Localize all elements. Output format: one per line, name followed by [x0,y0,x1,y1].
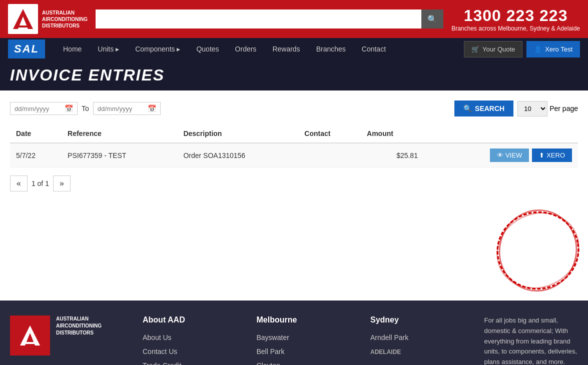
svg-rect-1 [17,26,30,28]
footer-sydney-heading: Sydney [370,316,464,324]
footer-sydney: Sydney Arndell Park Adelaide [370,316,464,365]
footer-bayswater[interactable]: Bayswater [257,330,351,344]
cell-contact [298,143,361,168]
nav-bar: SAL Home Units ▸ Components ▸ Quotes Ord… [0,38,588,60]
footer: AUSTRALIANAIRCONDITIONINGDISTRIBUTORS Ab… [0,300,588,365]
nav-rewards[interactable]: Rewards [264,38,308,60]
to-label: To [82,104,89,112]
table-header-row: Date Reference Description Contact Amoun… [10,124,578,143]
xero-button[interactable]: ⬆ XERO [532,148,572,162]
table-row: 5/7/22 PSI677359 - TEST Order SOA1310156… [10,143,578,168]
search-bar: 🔍 [96,10,443,28]
top-header: AUSTRALIAN AIRCONDITIONING DISTRIBUTORS … [0,0,588,38]
nav-branches[interactable]: Branches [308,38,354,60]
footer-description-col: For all jobs big and small, domestic & c… [484,316,578,365]
first-page-button[interactable]: « [10,176,28,192]
aad-logo [8,4,38,34]
filter-bar: 📅 To 📅 🔍 SEARCH 10 25 50 100 Per page [10,100,578,116]
svg-rect-6 [24,342,37,344]
user-icon: 👤 [534,46,542,53]
pagination: « 1 of 1 » [10,176,578,192]
nav-units[interactable]: Units ▸ [90,38,127,60]
footer-logo-col: AUSTRALIANAIRCONDITIONINGDISTRIBUTORS [10,316,123,365]
eye-icon: 👁 [497,152,503,159]
cell-date: 5/7/22 [10,143,62,168]
cell-actions: 👁 VIEW ⬆ XERO [424,143,578,168]
nav-components[interactable]: Components ▸ [127,38,188,60]
footer-trade-credit[interactable]: Trade Credit [143,358,237,365]
phone-sub: Branches across Melbourne, Sydney & Adel… [451,25,580,32]
col-actions [424,124,578,143]
footer-contact-us[interactable]: Contact Us [143,344,237,358]
col-description: Description [177,124,298,143]
per-page-select[interactable]: 10 25 50 100 [517,101,547,116]
calendar-to-icon[interactable]: 📅 [148,104,156,112]
xero-test-button[interactable]: 👤 Xero Test [526,41,580,58]
col-amount: Amount [361,124,424,143]
circle-annotation [493,206,583,296]
nav-right: 🛒 Your Quote 👤 Xero Test [464,41,580,58]
cell-reference: PSI677359 - TEST [62,143,177,168]
footer-melbourne: Melbourne Bayswater Bell Park Clayton [257,316,351,365]
logo-area: AUSTRALIAN AIRCONDITIONING DISTRIBUTORS [8,4,88,34]
per-page-label: Per page [549,104,578,112]
page-title-bar: INVOICE ENTRIES [0,60,588,90]
footer-bell-park[interactable]: Bell Park [257,344,351,358]
action-buttons: 👁 VIEW ⬆ XERO [430,148,572,162]
calendar-from-icon[interactable]: 📅 [65,104,73,112]
col-contact: Contact [298,124,361,143]
date-from-input[interactable]: 📅 [10,102,78,115]
svg-point-2 [493,206,583,296]
your-quote-button[interactable]: 🛒 Your Quote [464,41,522,58]
search-input[interactable] [96,10,421,28]
date-from-field[interactable] [15,105,65,112]
company-name: AUSTRALIAN AIRCONDITIONING DISTRIBUTORS [42,10,88,29]
main-content: 📅 To 📅 🔍 SEARCH 10 25 50 100 Per page Da… [0,90,588,300]
footer-about-us[interactable]: About Us [143,330,237,344]
nav-items: Home Units ▸ Components ▸ Quotes Orders … [55,38,464,60]
col-reference: Reference [62,124,177,143]
invoice-table: Date Reference Description Contact Amoun… [10,124,578,168]
footer-clayton[interactable]: Clayton [257,358,351,365]
upload-icon: ⬆ [539,152,544,159]
search-button[interactable]: 🔍 SEARCH [454,100,513,116]
date-to-field[interactable] [98,105,148,112]
page-title: INVOICE ENTRIES [10,66,578,84]
footer-melbourne-heading: Melbourne [257,316,351,324]
footer-description: For all jobs big and small, domestic & c… [484,316,578,365]
cell-amount: $25.81 [361,143,424,168]
date-to-input[interactable]: 📅 [93,102,161,115]
page-info: 1 of 1 [32,180,49,188]
cart-icon: 🛒 [471,46,479,53]
col-date: Date [10,124,62,143]
footer-about: About AAD About Us Contact Us Trade Cred… [143,316,237,365]
per-page: 10 25 50 100 Per page [517,101,578,116]
view-button[interactable]: 👁 VIEW [490,148,529,162]
footer-company: AUSTRALIANAIRCONDITIONINGDISTRIBUTORS [56,316,102,336]
nav-orders[interactable]: Orders [227,38,265,60]
last-page-button[interactable]: » [53,176,71,192]
phone-area: 1300 223 223 Branches across Melbourne, … [451,6,580,32]
nav-quotes[interactable]: Quotes [188,38,227,60]
footer-arndell-park[interactable]: Arndell Park [370,330,464,344]
nav-contact[interactable]: Contact [354,38,394,60]
svg-point-3 [493,206,583,296]
footer-logo [10,316,50,356]
search-button[interactable]: 🔍 [421,10,443,28]
footer-about-heading: About AAD [143,316,237,324]
svg-point-4 [493,206,583,296]
sal-logo: SAL [8,40,45,58]
search-icon: 🔍 [463,104,472,112]
phone-number: 1300 223 223 [451,6,580,25]
nav-home[interactable]: Home [55,38,90,60]
footer-adelaide-heading: Adelaide [370,348,464,356]
cell-description: Order SOA1310156 [177,143,298,168]
